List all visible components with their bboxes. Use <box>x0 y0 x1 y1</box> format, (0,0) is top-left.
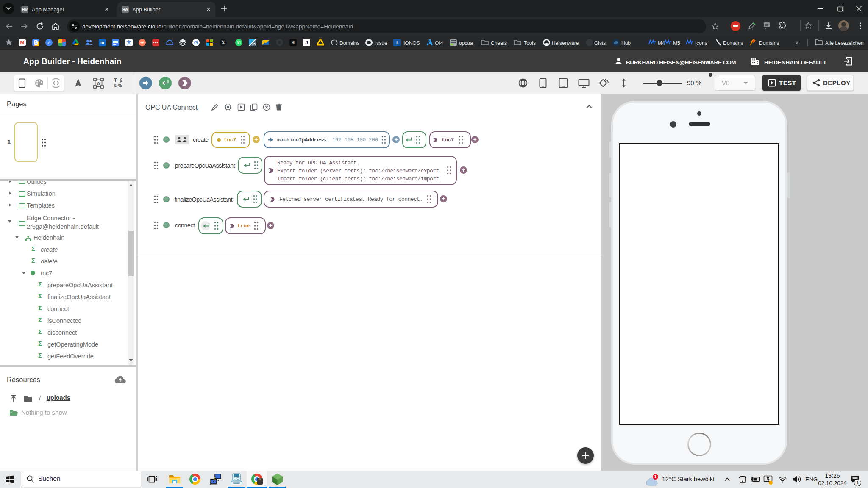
svg-text:A: A <box>97 81 100 86</box>
svg-text:%: % <box>118 83 122 88</box>
svg-text:&: & <box>114 83 117 88</box>
